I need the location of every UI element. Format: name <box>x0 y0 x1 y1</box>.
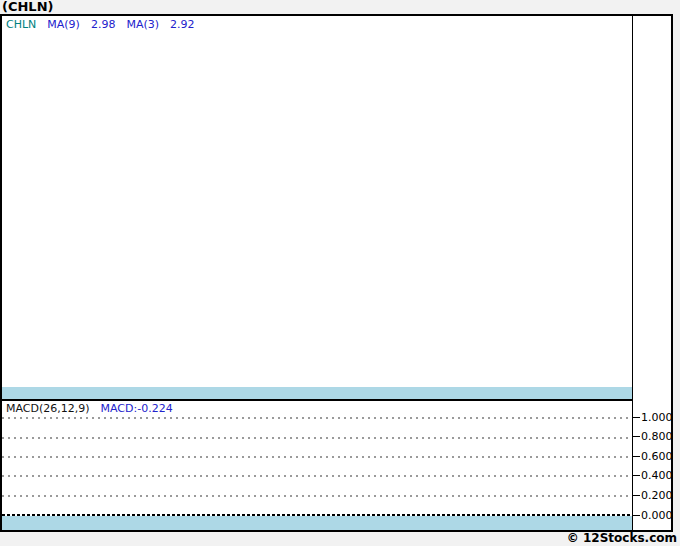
price-legend: CHLNMA(9)2.98MA(3)2.92 <box>6 19 206 31</box>
gridline-0.200 <box>2 495 632 497</box>
y-axis-tick: 0.800 <box>633 429 673 443</box>
gridline-0.400 <box>2 475 632 477</box>
ma3-value: 2.92 <box>170 18 195 31</box>
ticker-symbol: CHLN <box>6 18 36 31</box>
plot-column: CHLNMA(9)2.98MA(3)2.92 MACD(26,12,9)MACD… <box>2 16 633 530</box>
ma9-value: 2.98 <box>91 18 116 31</box>
y-axis-tick: 0.200 <box>633 488 673 502</box>
tick-label: 1.000 <box>641 411 673 424</box>
gridline-0.600 <box>2 456 632 458</box>
y-axis: 1.000 0.800 0.600 0.400 0.200 0.000 <box>633 16 671 530</box>
ma9-label: MA(9) <box>47 18 80 31</box>
gridline-0.800 <box>2 437 632 439</box>
y-axis-tick: 0.400 <box>633 468 673 482</box>
page-title: (CHLN) <box>2 0 53 14</box>
gridline-1.000 <box>2 417 632 419</box>
zero-gridline <box>2 514 632 516</box>
ma3-label: MA(3) <box>126 18 159 31</box>
tick-mark <box>633 436 640 437</box>
macd-panel: MACD(26,12,9)MACD:-0.224 <box>2 401 632 516</box>
tick-mark <box>633 475 640 476</box>
stock-chart-page: (CHLN) CHLNMA(9)2.98MA(3)2.92 MACD(26,12… <box>0 0 680 546</box>
tick-label: 0.000 <box>641 509 673 522</box>
tick-label: 0.200 <box>641 489 673 502</box>
price-panel: CHLNMA(9)2.98MA(3)2.92 <box>2 16 632 387</box>
y-axis-tick: 0.000 <box>633 508 673 522</box>
tick-label: 0.400 <box>641 469 673 482</box>
tick-label: 0.800 <box>641 430 673 443</box>
chart-frame: CHLNMA(9)2.98MA(3)2.92 MACD(26,12,9)MACD… <box>0 14 673 532</box>
tick-mark <box>633 417 640 418</box>
macd-params-label: MACD(26,12,9) <box>6 402 90 415</box>
tick-mark <box>633 515 640 516</box>
y-axis-tick: 1.000 <box>633 410 673 424</box>
watermark: © 12Stocks.com <box>567 531 677 546</box>
bottom-band <box>2 516 632 530</box>
tick-label: 0.600 <box>641 450 673 463</box>
tick-mark <box>633 495 640 496</box>
y-axis-tick: 0.600 <box>633 449 673 463</box>
macd-value-label: MACD:-0.224 <box>101 402 173 415</box>
macd-legend: MACD(26,12,9)MACD:-0.224 <box>6 403 184 415</box>
panel-separator-band <box>2 387 632 401</box>
tick-mark <box>633 456 640 457</box>
